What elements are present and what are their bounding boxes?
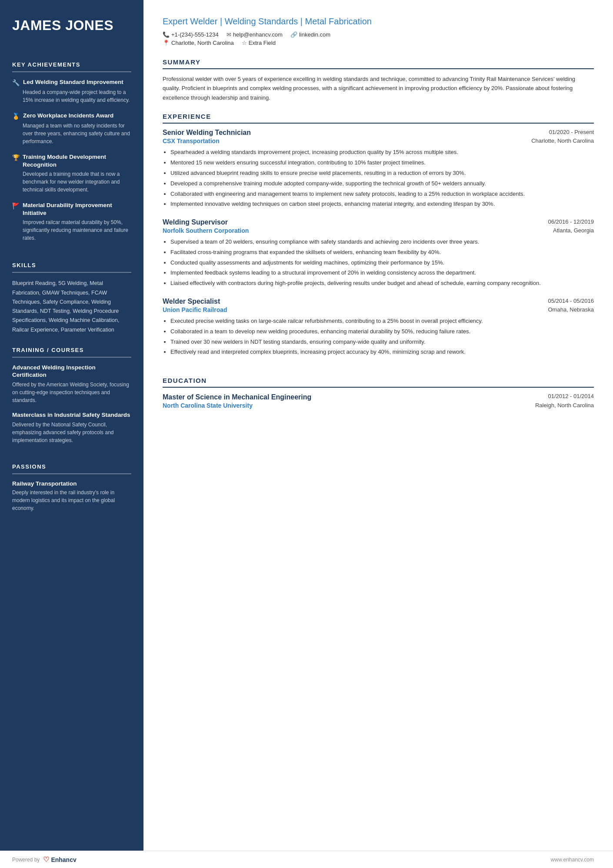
summary-divider (163, 68, 594, 69)
course-desc: Offered by the American Welding Society,… (12, 381, 131, 404)
achievement-title: 🔧 Led Welding Standard Improvement (12, 78, 131, 87)
location-icon: 📍 (163, 40, 170, 46)
contact-row-2: 📍 Charlotte, North Carolina ☆ Extra Fiel… (163, 40, 594, 46)
achievement-desc: Headed a company-wide project leading to… (12, 88, 131, 104)
training-list: Advanced Welding Inspection Certificatio… (12, 364, 131, 451)
passion-desc: Deeply interested in the rail industry's… (12, 489, 131, 512)
exp-bullet: Collaborated with engineering and manage… (170, 190, 594, 199)
star-icon: ☆ (242, 40, 247, 46)
exp-bullet: Implemented innovative welding technique… (170, 200, 594, 209)
summary-text: Professional welder with over 5 years of… (163, 74, 594, 102)
achievements-title: KEY ACHIEVEMENTS (12, 61, 131, 68)
contact-linkedin: 🔗 linkedin.com (290, 31, 330, 38)
phone-value: +1-(234)-555-1234 (171, 31, 219, 38)
achievement-item: 🏅 Zero Workplace Incidents Award Managed… (12, 112, 131, 145)
edu-school: North Carolina State University (163, 402, 253, 409)
experience-list: Senior Welding Technician 01/2020 - Pres… (163, 129, 594, 366)
skills-title: SKILLS (12, 262, 131, 268)
footer-website: www.enhancv.com (551, 857, 594, 863)
passion-title: Railway Transportation (12, 480, 131, 487)
sidebar: JAMES JONES KEY ACHIEVEMENTS 🔧 Led Weldi… (0, 0, 143, 851)
achievements-divider (12, 71, 131, 72)
phone-icon: 📞 (163, 31, 170, 38)
training-title: TRAINING / COURSES (12, 347, 131, 353)
passions-divider (12, 473, 131, 474)
achievement-item: 🚩 Material Durability Improvement Initia… (12, 201, 131, 242)
exp-bullet: Executed precise welding tasks on large-… (170, 317, 594, 326)
achievement-icon: 🔧 (12, 79, 20, 87)
footer: Powered by ♡ Enhancv www.enhancv.com (0, 851, 613, 868)
exp-bullet: Effectively read and interpreted complex… (170, 348, 594, 357)
experience-divider (163, 123, 594, 124)
experience-entry: Welder Specialist 05/2014 - 05/2016 Unio… (163, 298, 594, 357)
exp-bullet: Spearheaded a welding standards improvem… (170, 148, 594, 157)
contact-extra: ☆ Extra Field (242, 40, 276, 46)
course-item: Advanced Welding Inspection Certificatio… (12, 364, 131, 404)
achievement-desc: Improved railcar material durability by … (12, 218, 131, 242)
enhancv-logo: ♡ Enhancv (43, 855, 76, 864)
education-entry: Master of Science in Mechanical Engineer… (163, 393, 594, 409)
summary-section-title: SUMMARY (163, 58, 594, 66)
contact-phone: 📞 +1-(234)-555-1234 (163, 31, 219, 38)
course-desc: Delivered by the National Safety Council… (12, 421, 131, 444)
achievement-desc: Managed a team with no safety incidents … (12, 122, 131, 145)
achievement-title-text: Training Module Development Recognition (23, 153, 131, 168)
achievement-title-text: Led Welding Standard Improvement (23, 78, 123, 86)
exp-job-title: Welder Specialist (163, 298, 220, 305)
exp-bullet: Utilized advanced blueprint reading skil… (170, 169, 594, 178)
skills-text: Blueprint Reading, 5G Welding, Metal Fab… (12, 279, 131, 335)
exp-bullets: Spearheaded a welding standards improvem… (163, 148, 594, 209)
achievement-item: 🔧 Led Welding Standard Improvement Heade… (12, 78, 131, 104)
achievement-title: 🏅 Zero Workplace Incidents Award (12, 112, 131, 120)
brand-name: Enhancv (51, 856, 76, 863)
exp-header: Welder Specialist 05/2014 - 05/2016 (163, 298, 594, 305)
edu-degree: Master of Science in Mechanical Engineer… (163, 393, 311, 402)
exp-company-row: CSX Transportation Charlotte, North Caro… (163, 137, 594, 144)
candidate-name: JAMES JONES (12, 17, 131, 34)
edu-location: Raleigh, North Carolina (535, 402, 594, 409)
exp-bullets: Executed precise welding tasks on large-… (163, 317, 594, 357)
exp-bullet: Developed a comprehensive training modul… (170, 179, 594, 188)
main-content: Expert Welder | Welding Standards | Meta… (143, 0, 613, 851)
exp-bullet: Supervised a team of 20 welders, ensurin… (170, 238, 594, 247)
passions-list: Railway Transportation Deeply interested… (12, 480, 131, 517)
passions-title: PASSIONS (12, 463, 131, 470)
contact-location: 📍 Charlotte, North Carolina (163, 40, 234, 46)
education-section-title: EDUCATION (163, 377, 594, 384)
achievement-title-text: Material Durability Improvement Initiati… (23, 201, 131, 217)
edu-school-row: North Carolina State University Raleigh,… (163, 402, 594, 409)
location-value: Charlotte, North Carolina (171, 40, 234, 46)
powered-by-label: Powered by (12, 857, 40, 863)
course-item: Masterclass in Industrial Safety Standar… (12, 411, 131, 444)
exp-bullets: Supervised a team of 20 welders, ensurin… (163, 238, 594, 288)
achievement-title-text: Zero Workplace Incidents Award (23, 112, 113, 120)
course-title: Masterclass in Industrial Safety Standar… (12, 411, 131, 419)
exp-header: Senior Welding Technician 01/2020 - Pres… (163, 129, 594, 137)
exp-bullet: Facilitated cross-training programs that… (170, 248, 594, 257)
contact-email: ✉ help@enhancv.com (227, 31, 283, 38)
skills-divider (12, 272, 131, 273)
exp-company-row: Union Pacific Railroad Omaha, Nebraska (163, 306, 594, 313)
extra-value: Extra Field (249, 40, 276, 46)
edu-header: Master of Science in Mechanical Engineer… (163, 393, 594, 402)
heart-icon: ♡ (43, 855, 49, 864)
exp-dates: 06/2016 - 12/2019 (548, 218, 594, 225)
experience-entry: Welding Supervisor 06/2016 - 12/2019 Nor… (163, 218, 594, 288)
exp-job-title: Welding Supervisor (163, 218, 228, 226)
exp-bullet: Implemented feedback systems leading to … (170, 268, 594, 278)
exp-location: Atlanta, Georgia (553, 227, 594, 234)
experience-entry: Senior Welding Technician 01/2020 - Pres… (163, 129, 594, 209)
achievement-item: 🏆 Training Module Development Recognitio… (12, 153, 131, 194)
contact-row: 📞 +1-(234)-555-1234 ✉ help@enhancv.com 🔗… (163, 31, 594, 38)
exp-bullet: Conducted quality assessments and adjust… (170, 258, 594, 268)
training-divider (12, 357, 131, 358)
exp-company-row: Norfolk Southern Corporation Atlanta, Ge… (163, 227, 594, 234)
achievement-icon: 🏆 (12, 154, 19, 161)
achievement-desc: Developed a training module that is now … (12, 170, 131, 194)
education-divider (163, 387, 594, 388)
exp-location: Charlotte, North Carolina (531, 137, 594, 144)
achievement-title: 🚩 Material Durability Improvement Initia… (12, 201, 131, 217)
exp-company: Norfolk Southern Corporation (163, 227, 249, 234)
exp-company: CSX Transportation (163, 137, 220, 144)
footer-left: Powered by ♡ Enhancv (12, 855, 77, 864)
